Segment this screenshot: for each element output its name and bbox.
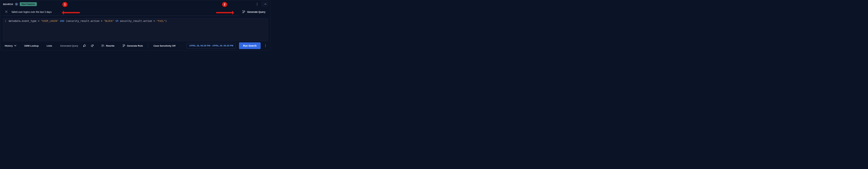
case-sensitivity-toggle[interactable]: Case Sensitivity Off [152,43,177,48]
magic-pencil-icon [242,10,245,14]
rewrite-icon [101,44,105,47]
svg-point-1 [257,4,257,4]
svg-point-2 [257,5,257,5]
bottom-toolbar: History UDM Lookup Lists Generated Query… [1,41,270,50]
toolbar-divider [148,43,148,48]
editor-content[interactable]: metadata.event_type = "USER_LOGIN" AND (… [8,18,268,41]
magic-wand-icon [122,44,125,47]
search-header: SEARCH i New Features [1,1,270,7]
svg-point-5 [265,46,266,47]
natural-language-text: failed user logins over the last 3 days [12,10,238,13]
generated-query-label: Generated Query [58,43,80,48]
svg-point-3 [265,44,266,45]
natural-language-input[interactable]: failed user logins over the last 3 days [3,8,239,16]
thumbs-down-icon [91,44,94,47]
toolbar-kebab-menu[interactable] [263,43,268,48]
info-icon[interactable]: i [15,3,18,6]
thumbs-up-icon [83,44,86,47]
run-search-button[interactable]: Run Search [239,42,260,49]
chevron-down-icon [14,45,16,46]
lists-button[interactable]: Lists [45,43,54,48]
natural-language-row: failed user logins over the last 3 days … [3,8,268,16]
generate-rule-button[interactable]: Generate Rule [121,43,145,48]
udm-lookup-button[interactable]: UDM Lookup [23,43,40,48]
generate-query-button[interactable]: Generate Query [239,8,268,16]
svg-point-0 [257,3,257,3]
query-editor[interactable]: 1 metadata.event_type = "USER_LOGIN" AND… [3,18,268,41]
thumbs-down-button[interactable] [89,43,95,48]
thumbs-up-button[interactable] [82,43,88,48]
time-range-picker[interactable]: APRIL 26, 06:29 PM - APRIL 29, 06:29 PM [187,43,236,48]
new-features-badge[interactable]: New Features [20,2,37,6]
clear-nl-icon[interactable] [5,10,8,13]
generate-query-label: Generate Query [247,10,266,13]
line-number: 1 [3,19,6,23]
search-title: SEARCH [3,3,13,5]
svg-point-4 [265,45,266,46]
collapse-button[interactable] [263,2,268,6]
editor-gutter: 1 [3,18,8,41]
collapse-container [262,1,269,7]
history-button[interactable]: History [3,43,18,48]
rewrite-button[interactable]: Rewrite [100,43,116,48]
header-kebab-menu[interactable] [255,2,259,7]
